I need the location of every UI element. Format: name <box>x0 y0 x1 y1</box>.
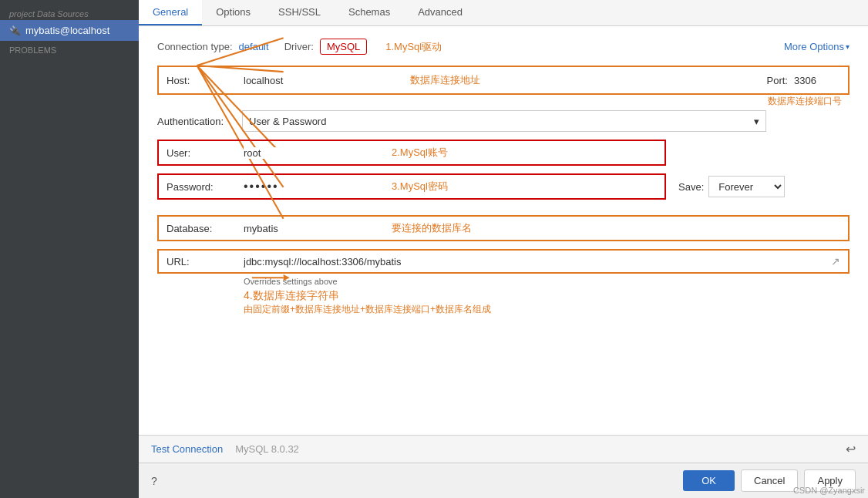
host-input[interactable] <box>244 75 398 86</box>
expand-icon[interactable]: ↗ <box>831 255 840 268</box>
more-options-button[interactable]: More Options ▾ <box>784 41 849 52</box>
user-annotation: 2.MySql账号 <box>392 146 448 160</box>
url-row: URL: ↗ <box>157 249 849 274</box>
host-field-label: Host: <box>167 75 244 86</box>
conn-type-value: default <box>239 41 269 52</box>
save-select[interactable]: Forever <box>708 176 785 197</box>
conn-type-label: Connection type: <box>157 41 233 52</box>
bottom-bar: ? OK Cancel Apply <box>139 463 868 498</box>
ok-button[interactable]: OK <box>683 470 735 491</box>
host-row: Host: 数据库连接地址 Port: <box>157 66 849 95</box>
content-area: General Options SSH/SSL Schemas Advanced <box>139 0 868 498</box>
cancel-button[interactable]: Cancel <box>741 469 798 492</box>
driver-annotation: 1.MySql驱动 <box>385 40 442 54</box>
database-annotation: 要连接的数据库名 <box>392 221 472 235</box>
sidebar-item-mybatis[interactable]: 🔌 mybatis@localhost <box>0 20 139 41</box>
url-annotation-1: 4.数据库连接字符串 <box>244 289 849 303</box>
user-row: User: 2.MySql账号 <box>157 140 666 166</box>
sidebar-item-label: mybatis@localhost <box>25 25 109 36</box>
help-icon[interactable]: ? <box>151 475 157 487</box>
tabs-bar: General Options SSH/SSL Schemas Advanced <box>139 0 868 26</box>
driver-button[interactable]: MySQL <box>320 39 367 55</box>
chevron-down-icon: ▾ <box>846 42 849 51</box>
footer-right: ↩ <box>846 442 856 456</box>
sidebar-problems-section: Problems <box>0 41 139 56</box>
user-input[interactable] <box>244 147 382 159</box>
url-annotation-2: 由固定前缀+数据库连接地址+数据库连接端口+数据库名组成 <box>244 303 849 316</box>
tab-general[interactable]: General <box>139 0 202 25</box>
tab-sshssl[interactable]: SSH/SSL <box>264 0 335 25</box>
tab-options[interactable]: Options <box>202 0 264 25</box>
host-annotation: 数据库连接地址 <box>410 73 480 87</box>
conn-type-row: Connection type: default Driver: MySQL 1… <box>157 39 849 55</box>
undo-icon[interactable]: ↩ <box>846 442 856 456</box>
footer: Test Connection MySQL 8.0.32 ↩ <box>139 435 868 463</box>
auth-value: User & Password <box>249 116 326 127</box>
driver-label: Driver: <box>284 41 314 52</box>
sidebar: project Data Sources 🔌 mybatis@localhost… <box>0 0 139 498</box>
auth-select[interactable]: User & Password ▾ <box>242 110 766 132</box>
url-input[interactable] <box>244 256 831 268</box>
user-field-label: User: <box>167 147 244 159</box>
port-annotation: 数据库连接端口号 <box>768 95 842 108</box>
password-row: Password: 3.MySql密码 <box>157 173 666 200</box>
watermark: CSDN @Zyangxsir <box>793 486 865 495</box>
overrides-text: Overrides settings above <box>244 277 849 286</box>
db-icon: 🔌 <box>9 25 21 36</box>
database-row: Database: 要连接的数据库名 <box>157 215 849 241</box>
port-input[interactable] <box>794 75 840 86</box>
test-connection-button[interactable]: Test Connection <box>151 443 223 455</box>
password-field-label: Password: <box>167 181 244 193</box>
database-field-label: Database: <box>167 223 244 234</box>
more-options-label: More Options <box>784 41 844 52</box>
password-input[interactable] <box>244 180 382 193</box>
database-input[interactable] <box>244 223 382 234</box>
auth-field-label: Authentication: <box>157 116 242 127</box>
form-area: Connection type: default Driver: MySQL 1… <box>139 26 868 435</box>
port-field-label: Port: <box>767 75 788 86</box>
tab-schemas[interactable]: Schemas <box>335 0 404 25</box>
sidebar-title: project Data Sources <box>0 6 139 20</box>
tab-advanced[interactable]: Advanced <box>404 0 476 25</box>
save-field-label: Save: <box>678 181 704 193</box>
auth-chevron-icon: ▾ <box>754 116 759 127</box>
url-field-label: URL: <box>167 256 244 268</box>
mysql-version-label: MySQL 8.0.32 <box>235 443 299 455</box>
auth-row: Authentication: User & Password ▾ <box>157 110 849 132</box>
password-annotation: 3.MySql密码 <box>392 180 448 193</box>
